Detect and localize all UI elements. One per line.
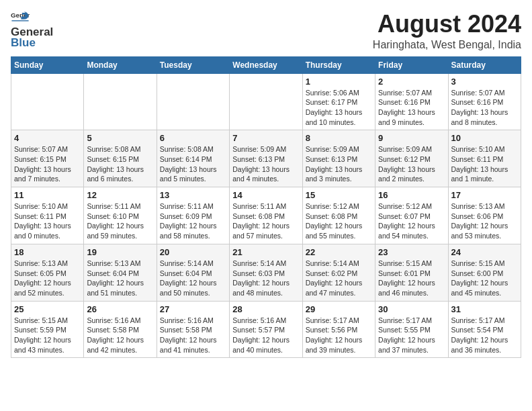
day-info-line: and 58 minutes. — [160, 231, 226, 241]
day-info-line: Daylight: 12 hours — [378, 221, 445, 231]
day-info-line: Daylight: 12 hours — [160, 221, 226, 231]
day-info-line: Daylight: 13 hours — [160, 165, 226, 175]
day-number: 23 — [378, 247, 445, 257]
day-info-line: Sunset: 6:15 PM — [87, 154, 153, 165]
day-info-line: Sunrise: 5:14 AM — [306, 259, 372, 269]
day-info-line: and 54 minutes. — [378, 231, 445, 241]
calendar-cell: 20Sunrise: 5:14 AMSunset: 6:04 PMDayligh… — [157, 244, 229, 301]
day-info-line: Daylight: 12 hours — [306, 278, 372, 288]
calendar-cell: 1Sunrise: 5:06 AMSunset: 6:17 PMDaylight… — [302, 73, 375, 130]
day-number: 24 — [451, 247, 518, 257]
day-info-line: Sunrise: 5:11 AM — [87, 201, 153, 212]
day-info-line: Daylight: 12 hours — [451, 278, 518, 288]
day-info-line: and 50 minutes. — [160, 288, 226, 298]
day-info-line: and 3 minutes. — [306, 174, 372, 184]
calendar-cell: 3Sunrise: 5:07 AMSunset: 6:16 PMDaylight… — [448, 73, 521, 130]
calendar-cell: 6Sunrise: 5:08 AMSunset: 6:14 PMDaylight… — [157, 130, 229, 187]
day-info-line: Sunset: 6:04 PM — [160, 269, 226, 279]
day-info-line: Sunset: 6:10 PM — [87, 212, 153, 222]
day-info-line: Sunrise: 5:06 AM — [306, 88, 372, 98]
calendar-cell: 10Sunrise: 5:10 AMSunset: 6:11 PMDayligh… — [448, 130, 521, 187]
day-header-saturday: Saturday — [448, 56, 521, 73]
day-info-line: Sunset: 6:16 PM — [378, 97, 445, 107]
day-number: 25 — [14, 304, 81, 314]
day-header-tuesday: Tuesday — [157, 56, 229, 73]
calendar-cell: 15Sunrise: 5:12 AMSunset: 6:08 PMDayligh… — [302, 187, 375, 244]
day-info-line: Sunset: 6:05 PM — [14, 269, 81, 279]
calendar-cell: 31Sunrise: 5:17 AMSunset: 5:54 PMDayligh… — [448, 301, 521, 358]
day-info-line: Daylight: 12 hours — [306, 221, 372, 231]
day-info-line: Daylight: 12 hours — [232, 278, 299, 288]
day-info-line: Daylight: 12 hours — [232, 335, 299, 345]
calendar-table: SundayMondayTuesdayWednesdayThursdayFrid… — [11, 56, 521, 359]
calendar-cell: 7Sunrise: 5:09 AMSunset: 6:13 PMDaylight… — [230, 130, 302, 187]
day-info-line: and 7 minutes. — [14, 174, 81, 184]
day-info-line: Sunrise: 5:07 AM — [451, 88, 518, 98]
day-info-line: Sunrise: 5:13 AM — [14, 259, 81, 269]
day-info-line: Daylight: 12 hours — [87, 221, 153, 231]
day-info-line: Daylight: 12 hours — [14, 278, 81, 288]
day-info-line: Sunset: 6:08 PM — [232, 212, 299, 222]
calendar-cell: 24Sunrise: 5:15 AMSunset: 6:00 PMDayligh… — [448, 244, 521, 301]
day-info-line: Sunrise: 5:17 AM — [451, 316, 518, 326]
day-info-line: Daylight: 12 hours — [232, 221, 299, 231]
calendar-cell: 26Sunrise: 5:16 AMSunset: 5:58 PMDayligh… — [84, 301, 157, 358]
day-info-line: Sunset: 6:12 PM — [378, 154, 445, 165]
day-info-line: Daylight: 12 hours — [160, 278, 226, 288]
day-number: 13 — [160, 190, 226, 200]
day-header-thursday: Thursday — [302, 56, 375, 73]
day-info-line: and 2 minutes. — [378, 174, 445, 184]
day-info-line: and 9 minutes. — [378, 118, 445, 128]
day-info-line: and 46 minutes. — [378, 288, 445, 298]
calendar-cell: 13Sunrise: 5:11 AMSunset: 6:09 PMDayligh… — [157, 187, 229, 244]
day-number: 2 — [378, 77, 445, 87]
day-info-line: and 53 minutes. — [451, 231, 518, 241]
calendar-week-1: 1Sunrise: 5:06 AMSunset: 6:17 PMDaylight… — [11, 73, 521, 130]
day-info-line: and 48 minutes. — [232, 288, 299, 298]
day-header-friday: Friday — [375, 56, 448, 73]
day-number: 20 — [160, 247, 226, 257]
calendar-body: 1Sunrise: 5:06 AMSunset: 6:17 PMDaylight… — [11, 73, 521, 358]
calendar-cell: 28Sunrise: 5:16 AMSunset: 5:57 PMDayligh… — [230, 301, 302, 358]
day-number: 9 — [378, 133, 445, 143]
calendar-week-3: 11Sunrise: 5:10 AMSunset: 6:11 PMDayligh… — [11, 187, 521, 244]
day-info-line: Sunset: 6:16 PM — [451, 97, 518, 107]
day-info-line: Sunset: 6:17 PM — [306, 97, 372, 107]
day-info-line: Sunset: 6:13 PM — [306, 154, 372, 165]
day-info-line: Daylight: 13 hours — [306, 107, 372, 118]
day-info-line: Daylight: 13 hours — [87, 165, 153, 175]
day-number: 28 — [232, 304, 299, 314]
day-info-line: Sunrise: 5:13 AM — [87, 259, 153, 269]
calendar-cell: 9Sunrise: 5:09 AMSunset: 6:12 PMDaylight… — [375, 130, 448, 187]
day-info-line: Daylight: 12 hours — [451, 335, 518, 345]
calendar-week-5: 25Sunrise: 5:15 AMSunset: 5:59 PMDayligh… — [11, 301, 521, 358]
day-info-line: and 36 minutes. — [451, 345, 518, 355]
day-info-line: Daylight: 12 hours — [451, 221, 518, 231]
day-info-line: Sunrise: 5:12 AM — [306, 201, 372, 212]
day-info-line: Daylight: 13 hours — [14, 165, 81, 175]
calendar-cell: 22Sunrise: 5:14 AMSunset: 6:02 PMDayligh… — [302, 244, 375, 301]
calendar-cell: 14Sunrise: 5:11 AMSunset: 6:08 PMDayligh… — [230, 187, 302, 244]
day-info-line: Sunset: 5:57 PM — [232, 325, 299, 335]
day-number: 1 — [306, 77, 372, 87]
day-info-line: Sunset: 6:07 PM — [378, 212, 445, 222]
calendar-cell: 5Sunrise: 5:08 AMSunset: 6:15 PMDaylight… — [84, 130, 157, 187]
day-info-line: Sunrise: 5:11 AM — [232, 201, 299, 212]
day-info-line: Sunrise: 5:16 AM — [160, 316, 226, 326]
day-info-line: and 43 minutes. — [14, 345, 81, 355]
day-info-line: Sunset: 5:58 PM — [160, 325, 226, 335]
day-info-line: Sunrise: 5:15 AM — [451, 259, 518, 269]
day-info-line: Sunset: 6:11 PM — [451, 154, 518, 165]
day-number: 21 — [232, 247, 299, 257]
calendar-cell: 18Sunrise: 5:13 AMSunset: 6:05 PMDayligh… — [11, 244, 84, 301]
day-info-line: and 6 minutes. — [87, 174, 153, 184]
day-info-line: Sunrise: 5:09 AM — [306, 144, 372, 154]
day-number: 15 — [306, 190, 372, 200]
calendar-cell — [84, 73, 157, 130]
calendar-cell — [230, 73, 302, 130]
calendar-cell: 2Sunrise: 5:07 AMSunset: 6:16 PMDaylight… — [375, 73, 448, 130]
calendar-cell: 4Sunrise: 5:07 AMSunset: 6:15 PMDaylight… — [11, 130, 84, 187]
calendar-cell: 27Sunrise: 5:16 AMSunset: 5:58 PMDayligh… — [157, 301, 229, 358]
day-number: 4 — [14, 133, 81, 143]
day-info-line: Sunrise: 5:09 AM — [378, 144, 445, 154]
